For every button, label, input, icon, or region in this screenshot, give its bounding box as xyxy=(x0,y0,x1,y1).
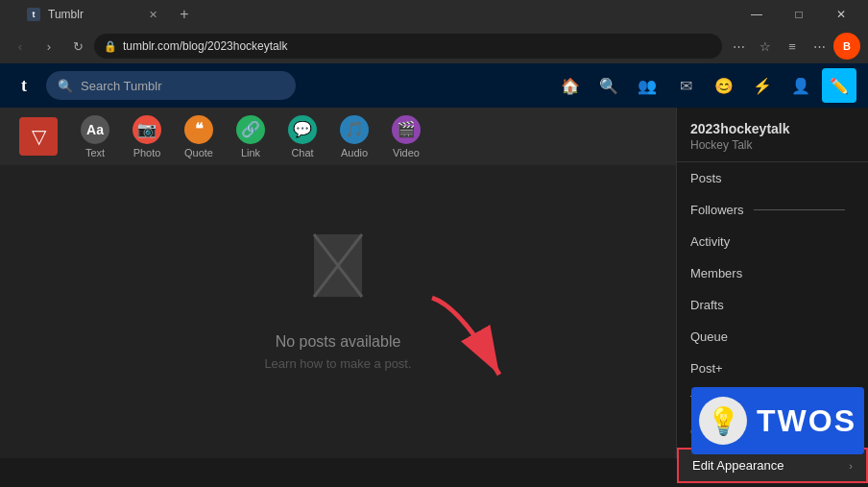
title-bar: t Tumblr ✕ + — □ ✕ xyxy=(0,0,868,29)
post-type-link[interactable]: 🔗 Link xyxy=(236,115,265,158)
photo-icon: 📷 xyxy=(133,115,161,144)
quote-label: Quote xyxy=(184,147,213,158)
twos-watermark: 💡 TWOS xyxy=(691,387,864,454)
post-type-chat[interactable]: 💬 Chat xyxy=(288,115,317,158)
emoji-icon[interactable]: 😊 xyxy=(707,68,741,103)
blog-avatar: ▽ xyxy=(19,117,58,156)
text-label: Text xyxy=(85,147,105,158)
no-posts-icon xyxy=(304,230,372,320)
menu-item-drafts[interactable]: Drafts xyxy=(677,289,868,321)
user-icon[interactable]: 👤 xyxy=(784,68,818,103)
lightning-icon[interactable]: ⚡ xyxy=(745,68,780,103)
post-types-bar: ▽ Aa Text 📷 Photo ❝ Quote 🔗 Link xyxy=(0,108,676,165)
post-type-audio[interactable]: 🎵 Audio xyxy=(340,115,369,158)
photo-label: Photo xyxy=(133,147,161,158)
tab-title: Tumblr xyxy=(48,8,84,21)
home-icon[interactable]: 🏠 xyxy=(553,68,588,103)
close-button[interactable]: ✕ xyxy=(822,0,860,29)
quote-icon: ❝ xyxy=(184,115,213,144)
no-posts-title: No posts available xyxy=(276,333,401,351)
video-icon: 🎬 xyxy=(392,115,421,144)
chat-label: Chat xyxy=(291,147,313,158)
audio-label: Audio xyxy=(341,147,368,158)
audio-icon: 🎵 xyxy=(340,115,369,144)
address-bar[interactable]: 🔒 tumblr.com/blog/2023hockeytalk xyxy=(94,34,722,59)
tumblr-logo[interactable]: t xyxy=(12,73,36,98)
new-tab-button[interactable]: + xyxy=(173,3,196,26)
window-controls: — □ ✕ xyxy=(737,0,860,29)
favorites-button[interactable]: ☆ xyxy=(753,34,778,59)
menu-item-postplus[interactable]: Post+ xyxy=(677,353,868,384)
twos-text: TWOS xyxy=(757,403,856,439)
twos-bulb-icon: 💡 xyxy=(699,397,747,445)
chevron-right-icon: › xyxy=(849,460,853,472)
profile-button[interactable]: B xyxy=(833,33,860,60)
refresh-button[interactable]: ↻ xyxy=(65,34,90,59)
link-icon: 🔗 xyxy=(236,115,265,144)
blog-subtitle: Hockey Talk xyxy=(690,138,855,152)
back-button[interactable]: ‹ xyxy=(8,34,33,59)
tumblr-nav-icons: 🏠 🔍 👥 ✉ 😊 ⚡ 👤 ✏️ xyxy=(553,68,856,103)
browser-tab[interactable]: t Tumblr ✕ xyxy=(15,2,169,27)
chat-icon: 💬 xyxy=(288,115,317,144)
address-text: tumblr.com/blog/2023hockeytalk xyxy=(123,39,287,53)
reading-view-button[interactable]: ≡ xyxy=(780,34,805,59)
blog-name: 2023hockeytalk xyxy=(690,121,855,136)
post-type-video[interactable]: 🎬 Video xyxy=(392,115,421,158)
tumblr-header: t 🔍 Search Tumblr 🏠 🔍 👥 ✉ 😊 ⚡ 👤 ✏️ xyxy=(0,63,868,108)
minimize-button[interactable]: — xyxy=(737,0,776,29)
no-posts-subtitle: Learn how to make a post. xyxy=(264,356,411,371)
video-label: Video xyxy=(393,147,420,158)
post-type-text[interactable]: Aa Text xyxy=(81,115,109,158)
post-type-quote[interactable]: ❝ Quote xyxy=(184,115,213,158)
menu-item-activity[interactable]: Activity xyxy=(677,226,868,257)
link-label: Link xyxy=(241,147,260,158)
lock-icon: 🔒 xyxy=(104,40,117,53)
tab-favicon: t xyxy=(27,8,40,21)
browser-chrome: t Tumblr ✕ + — □ ✕ ‹ › ↻ 🔒 tumblr.com/bl… xyxy=(0,0,868,63)
menu-item-mass-post-editor[interactable]: Mass Post Editor xyxy=(677,483,868,487)
mail-icon[interactable]: ✉ xyxy=(668,68,703,103)
menu-item-followers[interactable]: Followers xyxy=(677,194,868,226)
tab-close-button[interactable]: ✕ xyxy=(149,9,157,21)
search-placeholder: Search Tumblr xyxy=(81,79,162,93)
tab-bar: t Tumblr ✕ + xyxy=(8,0,732,29)
extensions-button[interactable]: ⋯ xyxy=(726,34,751,59)
no-posts-area: No posts available Learn how to make a p… xyxy=(0,165,676,434)
menu-item-posts[interactable]: Posts xyxy=(677,162,868,194)
tumblr-search-bar[interactable]: 🔍 Search Tumblr xyxy=(46,71,296,100)
nav-bar: ‹ › ↻ 🔒 tumblr.com/blog/2023hockeytalk ⋯… xyxy=(0,29,868,63)
forward-button[interactable]: › xyxy=(36,34,61,59)
menu-item-members[interactable]: Members xyxy=(677,257,868,289)
nav-actions: ⋯ ☆ ≡ ⋯ B xyxy=(726,33,860,60)
search-icon: 🔍 xyxy=(58,79,73,93)
page-wrapper: t Tumblr ✕ + — □ ✕ ‹ › ↻ 🔒 tumblr.com/bl… xyxy=(0,0,868,458)
maximize-button[interactable]: □ xyxy=(780,0,818,29)
inbox-icon[interactable]: 👥 xyxy=(630,68,664,103)
menu-item-queue[interactable]: Queue xyxy=(677,321,868,353)
edit-icon[interactable]: ✏️ xyxy=(822,68,856,103)
blog-info: 2023hockeytalk Hockey Talk xyxy=(677,108,868,162)
post-type-photo[interactable]: 📷 Photo xyxy=(133,115,161,158)
settings-button[interactable]: ⋯ xyxy=(807,34,832,59)
text-icon: Aa xyxy=(81,115,109,144)
explore-icon[interactable]: 🔍 xyxy=(591,68,626,103)
left-panel: ▽ Aa Text 📷 Photo ❝ Quote 🔗 Link xyxy=(0,108,676,458)
